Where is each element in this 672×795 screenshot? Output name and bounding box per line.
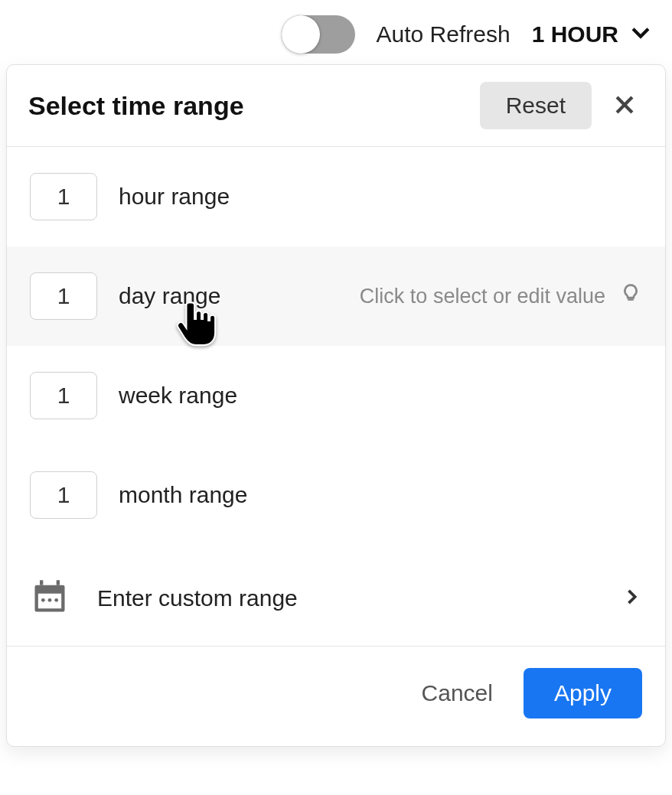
cancel-button[interactable]: Cancel [413,673,502,714]
calendar-icon [30,577,70,620]
apply-button[interactable]: Apply [524,668,642,718]
month-value-input[interactable] [30,471,97,519]
dialog-title: Select time range [28,91,466,121]
hour-value-input[interactable] [30,173,97,220]
auto-refresh-toggle[interactable] [282,15,355,54]
month-range-label: month range [119,482,247,508]
custom-range-label: Enter custom range [97,585,593,611]
svg-point-2 [41,598,45,602]
week-range-label: week range [119,383,237,409]
dialog-footer: Cancel Apply [7,647,665,746]
custom-range-row[interactable]: Enter custom range [7,551,665,647]
auto-refresh-label: Auto Refresh [377,21,511,47]
toggle-knob [282,15,320,54]
range-row-day[interactable]: day range Click to select or edit value [7,246,665,346]
week-value-input[interactable] [30,372,97,419]
svg-point-4 [54,598,58,602]
hour-range-label: hour range [119,184,230,210]
reset-button[interactable]: Reset [480,82,592,129]
topbar: Auto Refresh 1 HOUR [0,0,672,64]
day-range-label: day range [119,283,220,309]
svg-point-3 [48,598,52,602]
close-icon [612,109,638,120]
row-hint: Click to select or edit value [360,282,642,311]
chevron-right-icon [621,586,642,611]
chevron-down-icon [628,19,654,51]
time-range-value: 1 HOUR [532,21,618,47]
dialog-header: Select time range Reset [7,65,665,147]
time-range-dropdown[interactable]: 1 HOUR [532,19,654,51]
day-value-input[interactable] [30,272,97,320]
range-row-month[interactable]: month range [7,445,665,545]
row-hint-text: Click to select or edit value [360,285,605,308]
range-row-hour[interactable]: hour range [7,147,665,246]
close-button[interactable] [605,86,644,126]
time-range-dialog: Select time range Reset hour range day r… [6,64,666,747]
lightbulb-icon [619,282,642,311]
range-row-week[interactable]: week range [7,346,665,445]
